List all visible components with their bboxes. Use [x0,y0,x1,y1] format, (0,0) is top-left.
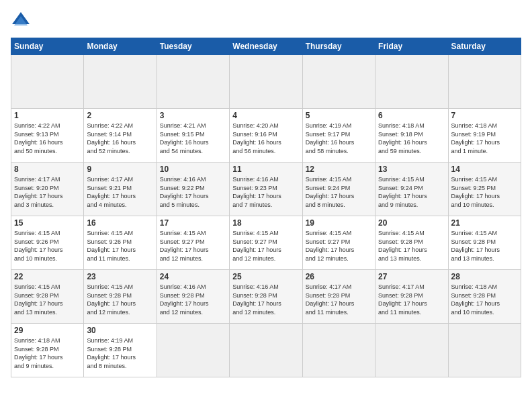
day-number: 17 [160,218,226,228]
table-row: 15Sunrise: 4:15 AM Sunset: 9:26 PM Dayli… [11,216,84,270]
table-row: 21Sunrise: 4:15 AM Sunset: 9:28 PM Dayli… [448,216,521,270]
day-info: Sunrise: 4:16 AM Sunset: 9:22 PM Dayligh… [160,175,226,209]
day-number: 16 [87,218,153,228]
table-row [302,324,375,377]
day-info: Sunrise: 4:15 AM Sunset: 9:27 PM Dayligh… [160,229,226,263]
table-row: 2Sunrise: 4:22 AM Sunset: 9:14 PM Daylig… [84,109,157,163]
header [11,11,521,31]
day-info: Sunrise: 4:17 AM Sunset: 9:21 PM Dayligh… [87,175,153,209]
logo [11,11,34,31]
day-number: 23 [87,272,153,281]
day-number: 14 [451,165,518,174]
calendar-table: Sunday Monday Tuesday Wednesday Thursday… [11,38,521,377]
day-number: 10 [160,165,226,174]
calendar-week-row: 29Sunrise: 4:18 AM Sunset: 9:28 PM Dayli… [11,324,521,377]
day-info: Sunrise: 4:16 AM Sunset: 9:28 PM Dayligh… [160,283,226,316]
day-info: Sunrise: 4:20 AM Sunset: 9:16 PM Dayligh… [232,122,299,155]
table-row: 3Sunrise: 4:21 AM Sunset: 9:15 PM Daylig… [157,109,229,163]
day-number: 19 [306,218,372,228]
table-row: 12Sunrise: 4:15 AM Sunset: 9:24 PM Dayli… [302,163,375,216]
day-number: 12 [306,165,372,174]
table-row [375,324,448,377]
day-info: Sunrise: 4:15 AM Sunset: 9:24 PM Dayligh… [306,175,372,209]
table-row: 27Sunrise: 4:17 AM Sunset: 9:28 PM Dayli… [375,270,448,324]
day-info: Sunrise: 4:19 AM Sunset: 9:28 PM Dayligh… [87,336,153,370]
day-number: 25 [232,272,299,281]
day-info: Sunrise: 4:16 AM Sunset: 9:28 PM Dayligh… [232,283,299,316]
day-number: 27 [378,272,445,281]
day-number: 7 [451,111,518,120]
table-row [157,55,229,109]
day-number: 11 [232,165,299,174]
day-number: 26 [306,272,372,281]
logo-icon [11,11,31,31]
table-row: 23Sunrise: 4:15 AM Sunset: 9:28 PM Dayli… [84,270,157,324]
calendar-week-row [11,55,521,109]
table-row: 20Sunrise: 4:15 AM Sunset: 9:28 PM Dayli… [375,216,448,270]
day-info: Sunrise: 4:15 AM Sunset: 9:27 PM Dayligh… [306,229,372,263]
day-info: Sunrise: 4:19 AM Sunset: 9:17 PM Dayligh… [306,122,372,155]
table-row [84,55,157,109]
day-number: 6 [378,111,445,120]
day-number: 30 [87,326,153,335]
table-row: 10Sunrise: 4:16 AM Sunset: 9:22 PM Dayli… [157,163,229,216]
table-row: 5Sunrise: 4:19 AM Sunset: 9:17 PM Daylig… [302,109,375,163]
day-number: 3 [160,111,226,120]
day-number: 21 [451,218,518,228]
day-info: Sunrise: 4:15 AM Sunset: 9:28 PM Dayligh… [87,283,153,316]
table-row: 14Sunrise: 4:15 AM Sunset: 9:25 PM Dayli… [448,163,521,216]
day-info: Sunrise: 4:18 AM Sunset: 9:28 PM Dayligh… [451,283,518,316]
day-number: 5 [306,111,372,120]
day-number: 28 [451,272,518,281]
col-friday: Friday [375,38,448,55]
col-tuesday: Tuesday [157,38,229,55]
day-number: 20 [378,218,445,228]
table-row: 28Sunrise: 4:18 AM Sunset: 9:28 PM Dayli… [448,270,521,324]
day-info: Sunrise: 4:15 AM Sunset: 9:26 PM Dayligh… [14,229,81,263]
day-info: Sunrise: 4:18 AM Sunset: 9:28 PM Dayligh… [14,336,81,370]
calendar-week-row: 22Sunrise: 4:15 AM Sunset: 9:28 PM Dayli… [11,270,521,324]
day-number: 24 [160,272,226,281]
table-row [11,55,84,109]
table-row [302,55,375,109]
col-monday: Monday [84,38,157,55]
table-row [448,55,521,109]
day-info: Sunrise: 4:18 AM Sunset: 9:18 PM Dayligh… [378,122,445,155]
table-row: 1Sunrise: 4:22 AM Sunset: 9:13 PM Daylig… [11,109,84,163]
calendar-week-row: 15Sunrise: 4:15 AM Sunset: 9:26 PM Dayli… [11,216,521,270]
table-row [230,324,302,377]
table-row: 30Sunrise: 4:19 AM Sunset: 9:28 PM Dayli… [84,324,157,377]
col-wednesday: Wednesday [230,38,302,55]
day-number: 8 [14,165,81,174]
table-row: 8Sunrise: 4:17 AM Sunset: 9:20 PM Daylig… [11,163,84,216]
day-number: 22 [14,272,81,281]
day-info: Sunrise: 4:15 AM Sunset: 9:24 PM Dayligh… [378,175,445,209]
col-thursday: Thursday [302,38,375,55]
day-number: 29 [14,326,81,335]
calendar-week-row: 8Sunrise: 4:17 AM Sunset: 9:20 PM Daylig… [11,163,521,216]
col-sunday: Sunday [11,38,84,55]
day-info: Sunrise: 4:15 AM Sunset: 9:25 PM Dayligh… [451,175,518,209]
day-info: Sunrise: 4:16 AM Sunset: 9:23 PM Dayligh… [232,175,299,209]
col-saturday: Saturday [448,38,521,55]
table-row: 17Sunrise: 4:15 AM Sunset: 9:27 PM Dayli… [157,216,229,270]
day-number: 4 [232,111,299,120]
day-info: Sunrise: 4:17 AM Sunset: 9:28 PM Dayligh… [306,283,372,316]
table-row [448,324,521,377]
day-number: 15 [14,218,81,228]
table-row [375,55,448,109]
table-row: 18Sunrise: 4:15 AM Sunset: 9:27 PM Dayli… [230,216,302,270]
table-row: 19Sunrise: 4:15 AM Sunset: 9:27 PM Dayli… [302,216,375,270]
day-number: 18 [232,218,299,228]
table-row: 4Sunrise: 4:20 AM Sunset: 9:16 PM Daylig… [230,109,302,163]
table-row: 22Sunrise: 4:15 AM Sunset: 9:28 PM Dayli… [11,270,84,324]
day-info: Sunrise: 4:21 AM Sunset: 9:15 PM Dayligh… [160,122,226,155]
day-info: Sunrise: 4:15 AM Sunset: 9:28 PM Dayligh… [378,229,445,263]
table-row: 16Sunrise: 4:15 AM Sunset: 9:26 PM Dayli… [84,216,157,270]
day-number: 2 [87,111,153,120]
day-number: 1 [14,111,81,120]
calendar-week-row: 1Sunrise: 4:22 AM Sunset: 9:13 PM Daylig… [11,109,521,163]
calendar-header-row: Sunday Monday Tuesday Wednesday Thursday… [11,38,521,55]
table-row: 26Sunrise: 4:17 AM Sunset: 9:28 PM Dayli… [302,270,375,324]
table-row: 11Sunrise: 4:16 AM Sunset: 9:23 PM Dayli… [230,163,302,216]
